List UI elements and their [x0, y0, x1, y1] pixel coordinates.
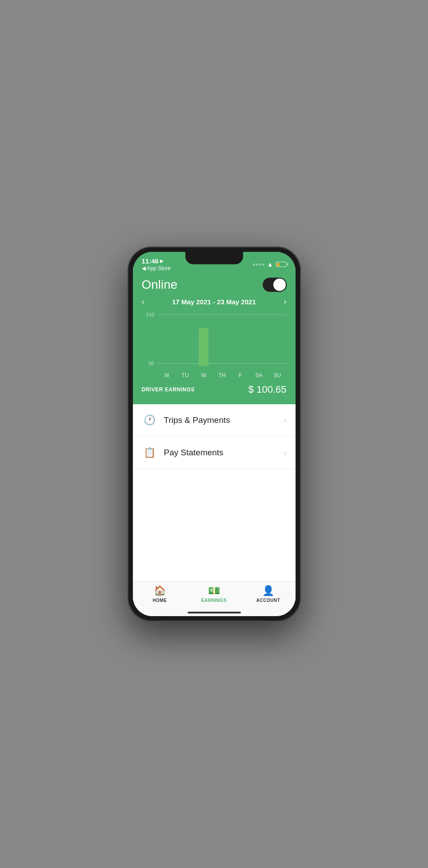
bar-f [236, 365, 245, 366]
chart-label-m: M [160, 372, 173, 378]
tab-account[interactable]: 👤 ACCOUNT [251, 585, 286, 603]
chart-label-w: W [197, 372, 210, 378]
bar-w [199, 328, 208, 366]
earnings-tab-label: EARNINGS [201, 598, 227, 603]
next-date-button[interactable]: › [284, 297, 287, 307]
trips-payments-label: Trips & Payments [164, 415, 284, 425]
status-left: 11:46 ▶ ◀ App Store [142, 257, 171, 271]
tab-home[interactable]: 🏠 HOME [142, 585, 178, 603]
chart-label-tu: TU [179, 372, 192, 378]
chart-label-sa: SA [252, 372, 265, 378]
back-label: App Store [147, 265, 171, 271]
pay-statements-icon: 📋 [142, 445, 158, 461]
phone-frame: 11:46 ▶ ◀ App Store ▲ [128, 247, 301, 621]
earnings-row: DRIVER EARNINGS $ 100.65 [142, 378, 287, 397]
location-arrow-icon: ▶ [160, 259, 164, 263]
status-right: ▲ [253, 261, 287, 268]
bar-col-tu [180, 315, 190, 366]
online-toggle[interactable] [263, 278, 287, 292]
header-row: Online [142, 278, 287, 292]
tab-bar: 🏠 HOME 💵 EARNINGS 👤 ACCOUNT [133, 581, 296, 612]
wifi-icon: ▲ [267, 261, 273, 268]
prev-date-button[interactable]: ‹ [142, 297, 144, 307]
bar-col-su [272, 315, 282, 366]
signal-icon [253, 263, 264, 266]
tab-earnings[interactable]: 💵 EARNINGS [196, 585, 232, 603]
driver-earnings-label: DRIVER EARNINGS [142, 386, 195, 393]
bar-col-f [236, 315, 245, 366]
y-label-110: 110 [142, 312, 154, 317]
status-time: 11:46 ▶ [142, 257, 171, 265]
earnings-tab-icon: 💵 [208, 585, 220, 597]
bar-sa [254, 365, 264, 366]
chart-day-labels: MTUWTHFSASU [158, 372, 287, 378]
account-tab-label: ACCOUNT [256, 598, 280, 603]
pay-statements-label: Pay Statements [164, 448, 284, 458]
driver-earnings-amount: $ 100.65 [248, 384, 287, 395]
chart-label-th: TH [215, 372, 228, 378]
toggle-knob [273, 279, 286, 291]
bar-tu [180, 365, 190, 366]
y-label-55: 55 [142, 361, 154, 366]
chart-label-f: F [234, 372, 247, 378]
trips-payments-chevron-icon: › [284, 416, 287, 425]
trips-payments-item[interactable]: 🕐 Trips & Payments › [133, 404, 296, 437]
bar-col-sa [254, 315, 264, 366]
back-chevron-icon: ◀ [142, 265, 146, 271]
bar-m [162, 365, 172, 366]
pay-statements-item[interactable]: 📋 Pay Statements › [133, 437, 296, 469]
app-header: Online ‹ 17 May 2021 - 23 May 2021 › 110 [133, 273, 296, 404]
battery-icon [276, 262, 287, 267]
trips-payments-icon: 🕐 [142, 412, 158, 428]
online-title: Online [142, 278, 178, 292]
account-tab-icon: 👤 [262, 585, 274, 597]
bar-col-th [217, 315, 227, 366]
bar-col-w [199, 315, 208, 366]
home-indicator [133, 612, 296, 616]
grid-rule-top [158, 315, 287, 315]
phone-screen: 11:46 ▶ ◀ App Store ▲ [133, 252, 296, 616]
time-display: 11:46 [142, 257, 159, 265]
home-tab-icon: 🏠 [154, 585, 166, 597]
content-area: 🕐 Trips & Payments › 📋 Pay Statements › … [133, 404, 296, 616]
bar-th [217, 365, 227, 366]
earnings-chart: 110 55 MTUWTHFSASU [142, 312, 287, 378]
status-back[interactable]: ◀ App Store [142, 265, 171, 271]
home-tab-label: HOME [153, 598, 167, 603]
home-bar [188, 612, 241, 613]
bar-su [272, 365, 282, 366]
chart-bars [158, 315, 287, 366]
battery-level [277, 263, 280, 266]
pay-statements-chevron-icon: › [284, 448, 287, 458]
chart-label-su: SU [271, 372, 284, 378]
date-navigation: ‹ 17 May 2021 - 23 May 2021 › [142, 297, 287, 307]
date-range-label: 17 May 2021 - 23 May 2021 [172, 298, 256, 306]
bar-col-m [162, 315, 172, 366]
notch [185, 252, 243, 264]
content-spacer [133, 469, 296, 581]
